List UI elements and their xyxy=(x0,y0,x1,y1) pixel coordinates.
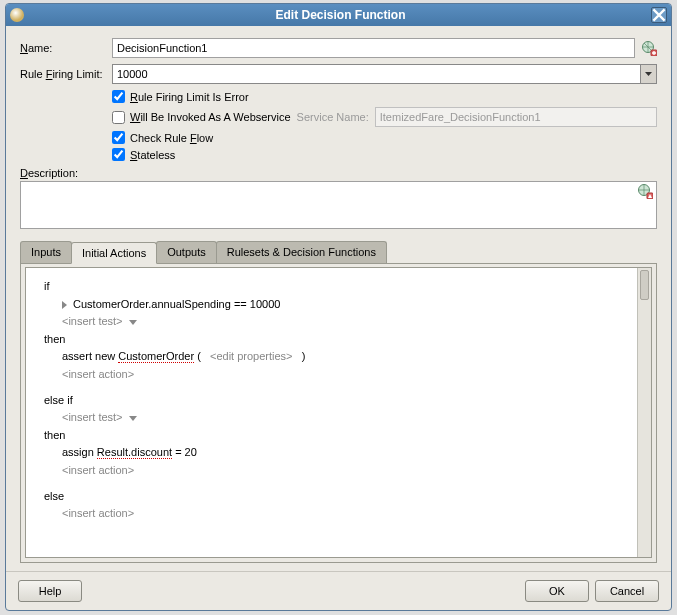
name-input[interactable] xyxy=(112,38,635,58)
condition-expr[interactable]: CustomerOrder.annualSpending == 10000 xyxy=(73,298,280,310)
dialog-window: Edit Decision Function Name: Rule Firing… xyxy=(5,3,672,611)
expand-icon[interactable] xyxy=(62,301,67,309)
stateless-label: Stateless xyxy=(130,149,175,161)
cancel-button[interactable]: Cancel xyxy=(595,580,659,602)
kw-if: if xyxy=(44,278,629,296)
rule-firing-limit-combo[interactable] xyxy=(112,64,657,84)
webservice-label: Will Be Invoked As A Webservice xyxy=(130,111,291,123)
paren-open: ( xyxy=(197,350,201,362)
kw-else: else xyxy=(44,488,629,506)
window-title: Edit Decision Function xyxy=(30,8,651,22)
kw-then: then xyxy=(44,427,629,445)
assign-target[interactable]: Result.discount xyxy=(97,446,172,459)
name-label: Name: xyxy=(20,42,112,54)
paren-close: ) xyxy=(302,350,306,362)
titlebar[interactable]: Edit Decision Function xyxy=(6,4,671,26)
tab-bar: Inputs Initial Actions Outputs Rulesets … xyxy=(20,241,657,264)
chevron-down-icon[interactable] xyxy=(129,416,137,421)
rule-firing-error-checkbox[interactable] xyxy=(112,90,125,103)
assign-keyword: assign xyxy=(62,446,94,458)
check-rule-flow-label: Check Rule Flow xyxy=(130,132,213,144)
rule-firing-limit-input[interactable] xyxy=(113,65,640,83)
rule-editor[interactable]: if CustomerOrder.annualSpending == 10000… xyxy=(26,268,637,557)
ok-button[interactable]: OK xyxy=(525,580,589,602)
description-label: Description: xyxy=(20,167,657,179)
insert-test-placeholder[interactable]: <insert test> xyxy=(62,411,123,423)
help-button[interactable]: Help xyxy=(18,580,82,602)
app-icon xyxy=(10,8,24,22)
globe-plus-icon[interactable] xyxy=(641,40,657,56)
close-icon[interactable] xyxy=(651,7,667,23)
editor-scrollbar[interactable] xyxy=(637,268,651,557)
tab-outputs[interactable]: Outputs xyxy=(156,241,217,263)
rule-firing-error-label: Rule Firing Limit Is Error xyxy=(130,91,249,103)
webservice-checkbox[interactable] xyxy=(112,111,125,124)
assign-value[interactable]: = 20 xyxy=(175,446,197,458)
edit-properties-placeholder[interactable]: <edit properties> xyxy=(210,350,293,362)
scrollbar-thumb[interactable] xyxy=(640,270,649,300)
tab-inputs[interactable]: Inputs xyxy=(20,241,72,263)
description-textarea[interactable] xyxy=(20,181,657,229)
service-name-label: Service Name: xyxy=(297,111,369,123)
rule-firing-limit-label: Rule Firing Limit: xyxy=(20,68,112,80)
chevron-down-icon[interactable] xyxy=(640,65,656,83)
chevron-down-icon[interactable] xyxy=(129,320,137,325)
insert-action-placeholder[interactable]: <insert action> xyxy=(62,368,134,380)
service-name-input xyxy=(375,107,657,127)
tab-initial-actions[interactable]: Initial Actions xyxy=(71,242,157,264)
insert-test-placeholder[interactable]: <insert test> xyxy=(62,315,123,327)
stateless-checkbox[interactable] xyxy=(112,148,125,161)
insert-action-placeholder[interactable]: <insert action> xyxy=(62,464,134,476)
kw-elseif: else if xyxy=(44,392,629,410)
check-rule-flow-checkbox[interactable] xyxy=(112,131,125,144)
kw-then: then xyxy=(44,331,629,349)
insert-action-placeholder[interactable]: <insert action> xyxy=(62,507,134,519)
dialog-content: Name: Rule Firing Limit: Rule Firing Lim… xyxy=(6,26,671,571)
assert-keyword: assert new xyxy=(62,350,115,362)
dialog-footer: Help OK Cancel xyxy=(6,571,671,610)
tab-rulesets[interactable]: Rulesets & Decision Functions xyxy=(216,241,387,263)
tab-panel: if CustomerOrder.annualSpending == 10000… xyxy=(20,263,657,563)
globe-edit-icon[interactable] xyxy=(637,183,653,199)
assert-object[interactable]: CustomerOrder xyxy=(118,350,194,363)
